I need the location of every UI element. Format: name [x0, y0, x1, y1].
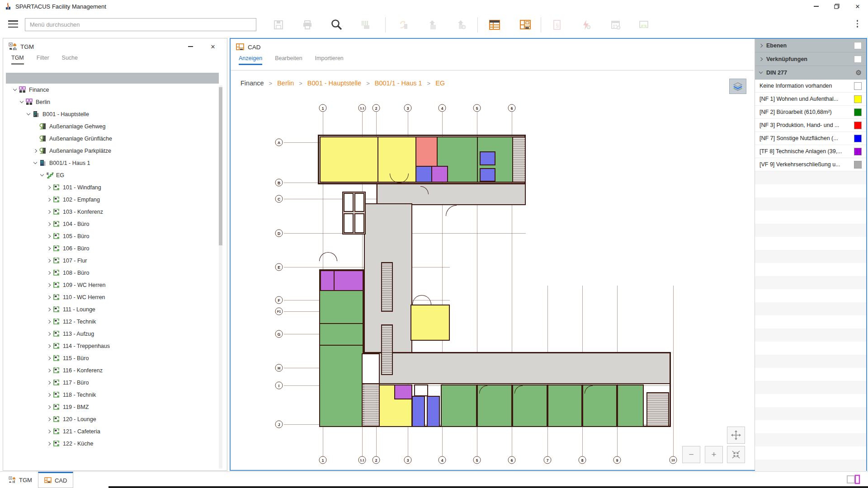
tree-item[interactable]: 108 - Büro — [6, 267, 224, 279]
tree-scrollbar-thumb[interactable] — [219, 87, 222, 245]
tree-item[interactable]: Finance — [6, 84, 224, 96]
chevron-down-icon[interactable] — [18, 101, 25, 103]
tree-item[interactable]: B001/1 - Haus 1 — [6, 157, 224, 169]
tree-item[interactable]: Außenanlage Grünfläche — [6, 132, 224, 145]
plan-room[interactable] — [480, 168, 495, 182]
plan-room[interactable] — [412, 396, 425, 427]
tree-item[interactable]: 113 - Aufzug — [6, 328, 224, 340]
cad-tab-anzeigen[interactable]: Anzeigen — [239, 55, 262, 65]
print-icon[interactable] — [300, 18, 315, 32]
breadcrumb-item[interactable]: B001 - Hauptstelle — [307, 80, 361, 87]
cad-tab-bearbeiten[interactable]: Bearbeiten — [275, 55, 302, 65]
chevron-right-icon[interactable] — [45, 308, 52, 311]
plan-room[interactable] — [362, 353, 380, 384]
chevron-right-icon[interactable] — [45, 357, 52, 360]
tree-item[interactable]: 115 - Büro — [6, 352, 224, 364]
menu-search-input[interactable] — [25, 18, 256, 31]
plan-room[interactable] — [334, 270, 363, 291]
zoom-out-button[interactable]: − — [682, 446, 700, 463]
plan-room[interactable] — [320, 270, 335, 291]
tree-item[interactable]: 102 - Empfang — [6, 193, 224, 206]
legend-color-swatch[interactable] — [854, 148, 862, 155]
tree-item[interactable]: 112 - Technik — [6, 315, 224, 328]
tree-item[interactable]: 105 - Büro — [6, 230, 224, 242]
section-swatch[interactable] — [854, 42, 862, 49]
plan-room[interactable] — [410, 305, 450, 341]
tree-item[interactable]: EEG — [6, 169, 224, 181]
layers-button[interactable] — [729, 79, 746, 94]
legend-color-swatch[interactable] — [854, 122, 862, 129]
zoom-fit-button[interactable] — [727, 446, 745, 463]
window-restore-button[interactable] — [826, 0, 847, 13]
legend-section-din-277[interactable]: DIN 277⚙ — [755, 66, 866, 80]
tgm-tab-filter[interactable]: Filter — [37, 55, 49, 65]
chevron-right-icon[interactable] — [45, 186, 52, 189]
tree-item[interactable]: 116 - Konferenz — [6, 364, 224, 376]
chevron-right-icon[interactable] — [45, 198, 52, 201]
chevron-down-icon[interactable] — [32, 162, 39, 164]
cad-view-icon[interactable] — [518, 18, 533, 32]
tree-item[interactable]: B001 - Hauptstelle — [6, 108, 224, 120]
chevron-right-icon[interactable] — [45, 369, 52, 372]
plan-room[interactable] — [354, 213, 364, 233]
breadcrumb-item[interactable]: Berlin — [277, 80, 294, 87]
chevron-right-icon[interactable] — [45, 394, 52, 396]
import-document-icon[interactable] — [425, 18, 439, 32]
plan-room[interactable] — [617, 385, 644, 427]
tree-item[interactable]: 119 - BMZ — [6, 401, 224, 413]
plan-room[interactable] — [512, 136, 526, 183]
plan-room[interactable] — [415, 136, 438, 167]
chevron-right-icon[interactable] — [45, 442, 52, 445]
tgm-tab-tgm[interactable]: TGM — [11, 55, 24, 65]
chevron-down-icon[interactable] — [11, 89, 19, 90]
taskbar-item-cad[interactable]: CAD — [38, 472, 73, 488]
taskbar-item-tgm[interactable]: TGM — [3, 472, 38, 488]
plan-room[interactable] — [427, 396, 440, 427]
tree-item[interactable]: Berlin — [6, 96, 224, 108]
tree-item[interactable]: 118 - Technik — [6, 389, 224, 401]
plan-room[interactable] — [381, 262, 393, 312]
legend-item[interactable]: [NF 7] Sonstige Nutzflächen (... — [755, 132, 866, 145]
legend-section-verkn-pfungen[interactable]: Verknüpfungen — [755, 52, 866, 66]
plan-room[interactable] — [381, 324, 393, 375]
plan-room[interactable] — [414, 385, 428, 396]
tree-item[interactable]: 106 - Büro — [6, 242, 224, 254]
tgm-tab-suche[interactable]: Suche — [62, 55, 78, 65]
layout-toggle-icon[interactable] — [846, 474, 862, 484]
chevron-right-icon[interactable] — [45, 381, 52, 384]
fault-add-icon[interactable] — [579, 18, 593, 32]
sync-icon[interactable] — [396, 18, 410, 32]
legend-item[interactable]: [NF 1] Wohnen und Aufenthal... — [755, 93, 866, 106]
tree-item[interactable]: 117 - Büro — [6, 376, 224, 389]
hamburger-menu-icon[interactable] — [8, 20, 18, 28]
plan-room[interactable] — [319, 345, 363, 427]
chevron-right-icon[interactable] — [45, 223, 52, 225]
tree-item[interactable]: 111 - Lounge — [6, 303, 224, 315]
chevron-right-icon[interactable] — [45, 247, 52, 250]
cad-canvas[interactable]: Finance>Berlin>B001 - Hauptstelle>B001/1… — [231, 72, 754, 470]
plan-room[interactable] — [431, 166, 448, 183]
chevron-right-icon[interactable] — [45, 345, 52, 347]
toolbar-overflow-icon[interactable] — [857, 20, 859, 28]
plan-room[interactable] — [362, 383, 380, 427]
contract-paragraph-icon[interactable]: § — [550, 18, 564, 32]
legend-item[interactable]: Keine Information vorhanden — [755, 80, 866, 93]
plan-room[interactable] — [354, 193, 364, 212]
gear-icon[interactable]: ⚙ — [856, 69, 862, 77]
tree-item[interactable]: Außenanlage Gehweg — [6, 120, 224, 132]
legend-item[interactable]: [NF 3] Produktion, Hand- und ... — [755, 119, 866, 132]
chevron-right-icon[interactable] — [45, 430, 52, 433]
legend-color-swatch[interactable] — [854, 108, 862, 116]
chevron-right-icon[interactable] — [45, 284, 52, 286]
tgm-close-button[interactable]: ✕ — [206, 41, 220, 52]
corridor-area[interactable] — [364, 352, 671, 384]
corridor-area[interactable] — [377, 183, 526, 205]
table-view-icon[interactable] — [487, 18, 502, 32]
schedule-add-icon[interactable] — [609, 18, 623, 32]
chevron-right-icon[interactable] — [45, 333, 52, 335]
barcode-print-icon[interactable] — [358, 18, 373, 32]
tree-item[interactable]: 110 - WC Herren — [6, 291, 224, 303]
plan-room[interactable] — [394, 385, 412, 399]
plan-room[interactable] — [480, 151, 495, 165]
section-swatch[interactable] — [854, 56, 862, 63]
